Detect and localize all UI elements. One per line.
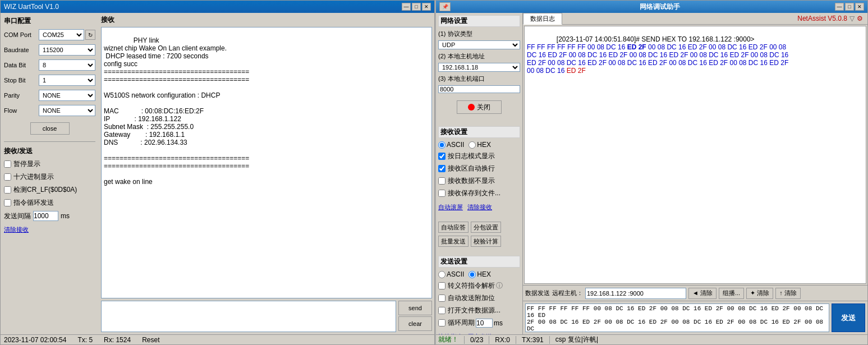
- net-body: 网络设置 (1) 协议类型 UDP (2) 本地主机地址 192.168.1.1…: [436, 13, 867, 334]
- no-display-row: 接收数据不显示: [438, 176, 520, 186]
- open-file-check[interactable]: [438, 307, 446, 314]
- connect-btn-label: 关闭: [477, 103, 490, 112]
- no-display-check[interactable]: [438, 177, 446, 185]
- auto-add-check[interactable]: [438, 295, 446, 302]
- ascii-radio-label[interactable]: ASCII: [438, 141, 464, 149]
- net-statusbar: 就绪！ 0/23 RX:0 TX:391 csp 复位|许帆|: [436, 334, 867, 344]
- cr-lf-row: 检测CR_LF($0D$0A): [4, 185, 95, 195]
- hex-display-label: 十六进制显示: [13, 172, 54, 182]
- recv-title: 接收: [101, 15, 432, 25]
- wiz-maximize-btn[interactable]: □: [412, 3, 421, 11]
- data-bit-label: Data Bit: [4, 62, 39, 68]
- wiz-main: 接收 PHY link wiznet chip Wake On Lan clie…: [99, 13, 434, 334]
- net-tx: TX:391: [522, 336, 544, 344]
- wiz-rx: Rx: 1524: [104, 336, 131, 344]
- auto-scroll-link[interactable]: 自动滚屏: [438, 203, 463, 211]
- net-pin-btn[interactable]: 📌: [439, 2, 451, 11]
- connect-btn[interactable]: 关闭: [457, 100, 502, 114]
- protocol-label: (1) 协议类型: [438, 30, 520, 38]
- settings-icon[interactable]: ⚙: [857, 15, 863, 22]
- local-port-input[interactable]: [438, 85, 520, 93]
- checksum-btn[interactable]: 校验计算: [471, 236, 501, 247]
- send-hex-label[interactable]: HEX: [469, 270, 491, 278]
- net-send-textarea[interactable]: FF FF FF FF FF FF 00 08 DC 16 ED 2F 00 0…: [525, 303, 829, 332]
- send-ascii-radio[interactable]: [438, 271, 446, 278]
- net-send-btn[interactable]: 发送: [832, 303, 865, 332]
- log-mode-check[interactable]: [438, 153, 446, 160]
- send-interval-input[interactable]: [33, 211, 58, 221]
- trans-escape-info-icon: ⓘ: [496, 281, 503, 291]
- parity-label: Parity: [4, 92, 39, 99]
- local-port-label: (3) 本地主机端口: [438, 75, 520, 83]
- send-textarea[interactable]: [101, 301, 396, 332]
- net-clear-btn2[interactable]: ✦ 清除: [746, 288, 773, 299]
- pause-display-check[interactable]: [4, 160, 11, 168]
- hex-display-check[interactable]: [4, 173, 11, 181]
- net-minimize-btn[interactable]: —: [835, 3, 844, 11]
- net-maximize-btn[interactable]: □: [845, 3, 854, 11]
- auto-response-btn[interactable]: 自动应答: [438, 222, 469, 233]
- batch-send-btn[interactable]: 批量发送: [438, 236, 469, 247]
- ascii-radio[interactable]: [438, 141, 446, 149]
- stop-bit-select[interactable]: 1: [39, 75, 95, 86]
- auto-newline-check[interactable]: [438, 165, 446, 172]
- net-group-btn[interactable]: 组播...: [719, 288, 744, 299]
- send-interval-row: 发送间隔 ms: [4, 211, 95, 221]
- net-close-btn[interactable]: ✕: [855, 3, 864, 11]
- loop-send-check[interactable]: [4, 199, 11, 206]
- net-version: NetAssist V5.0.8 ▽ ⚙: [793, 13, 867, 24]
- auto-response-row: 自动应答 分包设置: [438, 222, 520, 233]
- wiz-close-btn[interactable]: ✕: [422, 3, 431, 11]
- pause-display-row: 暂停显示: [4, 159, 95, 169]
- hex-radio-label[interactable]: HEX: [469, 141, 491, 149]
- loop-send-check2[interactable]: [438, 319, 446, 326]
- baudrate-select[interactable]: 115200: [39, 44, 95, 56]
- net-main: 数据日志 NetAssist V5.0.8 ▽ ⚙ [2023-11-07 14…: [523, 13, 867, 334]
- net-version-text: NetAssist V5.0.8: [797, 15, 847, 22]
- clear-recv-link[interactable]: 清除接收: [4, 226, 95, 234]
- hex-radio[interactable]: [469, 141, 476, 149]
- clear-recv-link2[interactable]: 清除接收: [467, 203, 492, 211]
- trans-escape-check[interactable]: [438, 282, 446, 289]
- recv-send-title: 接收/发送: [4, 146, 95, 156]
- net-counter: 0/23: [470, 336, 483, 344]
- net-clear-btn3[interactable]: ↑ 清除: [775, 288, 801, 299]
- local-ip-select[interactable]: 192.168.1.18: [438, 63, 520, 72]
- send-area: send clear: [101, 301, 432, 332]
- flow-select[interactable]: NONE: [39, 105, 95, 116]
- status-divider-3: [516, 336, 516, 344]
- log-hex-data: FF FF FF FF FF FF 00 08 DC 16 ED 2F 00 0…: [527, 43, 788, 75]
- data-bit-select[interactable]: 8: [39, 59, 95, 71]
- net-reset-label: csp 复位|许帆|: [555, 335, 598, 344]
- data-log-tab[interactable]: 数据日志: [523, 13, 562, 25]
- clear-btn[interactable]: clear: [398, 316, 432, 331]
- save-to-file-check[interactable]: [438, 190, 446, 197]
- pause-display-label: 暂停显示: [13, 159, 40, 169]
- auto-newline-label: 接收区自动换行: [448, 164, 495, 173]
- com-port-refresh-btn[interactable]: ↻: [85, 30, 95, 40]
- remote-host-input[interactable]: [585, 288, 686, 299]
- auto-add-label: 自动发送附加位: [448, 293, 495, 303]
- packet-settings-btn[interactable]: 分包设置: [471, 222, 501, 233]
- com-port-select[interactable]: COM25: [39, 29, 84, 40]
- remote-host-label: 远程主机：: [552, 289, 583, 297]
- send-btn[interactable]: send: [398, 301, 432, 315]
- send-ascii-label[interactable]: ASCII: [438, 270, 464, 278]
- net-title: 网络调试助手: [484, 2, 835, 12]
- loop-interval-input[interactable]: [476, 319, 493, 328]
- log-mode-label: 按日志模式显示: [448, 151, 495, 161]
- status-divider-4: [549, 336, 550, 344]
- protocol-select[interactable]: UDP: [438, 40, 520, 49]
- local-ip-label: (2) 本地主机地址: [438, 52, 520, 61]
- baudrate-label: Baudrate: [4, 47, 39, 53]
- parity-select[interactable]: NONE: [39, 90, 95, 101]
- loop-send-label2: 循环周期: [448, 318, 475, 328]
- cr-lf-check[interactable]: [4, 186, 11, 194]
- trans-escape-label: 转义符指令解析: [448, 281, 495, 291]
- net-clear-btn1[interactable]: ◄ 清除: [688, 288, 717, 299]
- baudrate-row: Baudrate 115200: [4, 44, 95, 56]
- net-sidebar: 网络设置 (1) 协议类型 UDP (2) 本地主机地址 192.168.1.1…: [436, 13, 523, 334]
- serial-close-btn[interactable]: close: [30, 122, 70, 135]
- send-hex-radio[interactable]: [469, 271, 476, 278]
- wiz-minimize-btn[interactable]: —: [402, 3, 411, 11]
